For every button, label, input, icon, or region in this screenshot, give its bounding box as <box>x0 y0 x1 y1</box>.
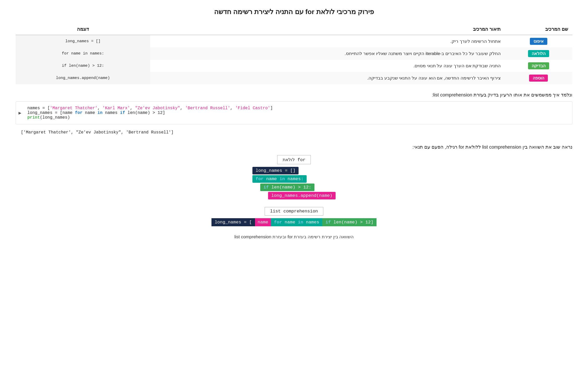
play-icon: ▶ <box>19 110 21 116</box>
badge-cell: הלולאה <box>505 47 572 60</box>
component-badge: הוספה <box>529 75 548 82</box>
code-line1: names = ['Margaret Thatcher', 'Karl Marx… <box>27 106 567 111</box>
description-cell: צירוף האיבר לרשימה החדשה, אם הוא עונה על… <box>150 72 505 84</box>
badge-cell: הוספה <box>505 72 572 84</box>
bottom-note: השוואה בין יצירת רשימה בעזרת for ובעזרת … <box>16 234 572 240</box>
col-header-example: דוגמה <box>16 24 150 35</box>
for-loop-lines: long_names = []for name in names:if len(… <box>252 167 336 200</box>
table-row: הוספהצירוף האיבר לרשימה החדשה, אם הוא עו… <box>16 72 572 84</box>
code-line3: print(long_names) <box>27 115 567 120</box>
col-header-name: שם המרכיב <box>505 24 572 35</box>
output-text: ['Margaret Thatcher', "Ze'ev Jabotinsky"… <box>21 130 174 135</box>
table-row: הלולאההחלק שעובר על כל האיברים ב-iterabl… <box>16 47 572 60</box>
table-row: הבדיקההתניה שבודקת אם הערך עונה על תנאי … <box>16 60 572 72</box>
component-badge: הלולאה <box>528 50 549 57</box>
badge-cell: איפוס <box>505 35 572 47</box>
lc-label-box: list comprehension <box>265 207 324 216</box>
code-cell: for name in names: <box>16 47 150 60</box>
for-loop-visual-section: לולאת for long_names = []for name in nam… <box>16 155 572 229</box>
lc-part: long_names = [ <box>211 218 255 226</box>
table-row: איפוסאתחול הרשימה לערך ריק.long_names = … <box>16 35 572 47</box>
for-loop-label: לולאת for <box>277 155 311 164</box>
code-line2: long_names = [name for name in names if … <box>27 111 567 115</box>
badge-cell: הבדיקה <box>505 60 572 72</box>
section1-text: ונלמד איך ממשמשים את אותו הרעיון בדיוק ב… <box>16 92 572 98</box>
output-block: ['Margaret Thatcher', "Ze'ev Jabotinsky"… <box>16 129 572 136</box>
code-block: ▶ names = ['Margaret Thatcher', 'Karl Ma… <box>16 101 572 124</box>
code-cell: if len(name) > 12: <box>16 60 150 72</box>
section2-text: נראה שוב את השוואה בין list comprehensio… <box>16 144 572 150</box>
description-cell: התניה שבודקת אם הערך עונה על תנאי מסוים. <box>150 60 505 72</box>
for-loop-label-text: לולאת for <box>283 157 306 162</box>
lc-visual: long_names = [namefor name in namesif le… <box>211 218 377 226</box>
components-table: שם המרכיב תיאור המרכיב דוגמה איפוסאתחול … <box>16 24 572 84</box>
component-badge: איפוס <box>530 38 547 45</box>
code-cell: long_names.append(name) <box>16 72 150 84</box>
description-cell: אתחול הרשימה לערך ריק. <box>150 35 505 47</box>
for-loop-line: long_names.append(name) <box>252 192 336 200</box>
code-inner: names = ['Margaret Thatcher', 'Karl Marx… <box>27 106 567 120</box>
code-cell: long_names = [] <box>16 35 150 47</box>
lc-part: if len(name) > 12] <box>322 218 377 226</box>
component-badge: הבדיקה <box>528 62 549 69</box>
for-loop-line: if len(name) > 12: <box>252 184 314 192</box>
lc-label-text: list comprehension <box>270 209 318 214</box>
lc-part: for name in names <box>271 218 322 226</box>
lc-part: name <box>255 218 271 226</box>
description-cell: החלק שעובר על כל האיברים ב-iterable הקיי… <box>150 47 505 60</box>
for-loop-line: for name in names: <box>252 175 307 184</box>
col-header-desc: תיאור המרכיב <box>150 24 505 35</box>
page-title: פירוק מרכיבי לולאת for עם התניה ליצירת ר… <box>16 8 572 16</box>
for-loop-line: long_names = [] <box>252 167 299 175</box>
